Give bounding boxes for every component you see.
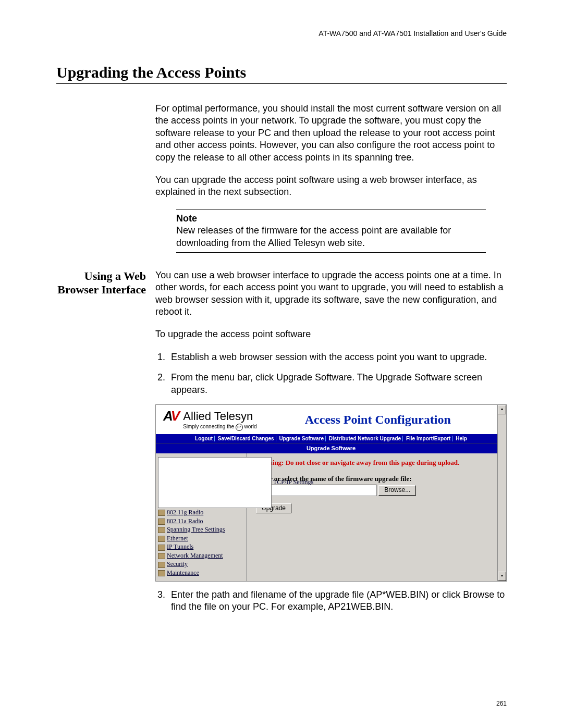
browse-button[interactable]: Browse... — [378, 485, 416, 496]
scrollbar[interactable]: ▴ ▾ — [497, 405, 506, 581]
folder-icon — [158, 545, 165, 551]
menu-bar: Logout Save/Discard Changes Upgrade Soft… — [156, 434, 506, 443]
nav-maintenance[interactable]: Maintenance — [167, 569, 199, 576]
logo: AV Allied Telesyn Simply connecting the … — [163, 409, 257, 431]
note-body: New releases of the firmware for the acc… — [176, 225, 486, 249]
menu-help[interactable]: Help — [454, 436, 469, 441]
step-2: From the menu bar, click Upgrade Softwar… — [168, 372, 507, 396]
folder-icon — [158, 536, 165, 542]
screenshot: AV Allied Telesyn Simply connecting the … — [155, 404, 507, 582]
note-heading: Note — [176, 213, 486, 225]
nav-80211a[interactable]: 802.11a Radio — [167, 517, 203, 525]
page-icon — [158, 457, 272, 508]
note-box: Note New releases of the firmware for th… — [176, 209, 486, 253]
section-paragraph-1: You can use a web browser interface to u… — [155, 269, 507, 318]
step-1: Establish a web browser session with the… — [168, 351, 507, 363]
intro-paragraph-1: For optimal performance, you should inst… — [155, 103, 507, 164]
folder-icon — [158, 527, 165, 533]
intro-paragraph-2: You can upgrade the access point softwar… — [155, 174, 507, 199]
folder-icon — [158, 553, 165, 559]
nav-spanning-tree[interactable]: Spanning Tree Settings — [167, 526, 225, 533]
brand-name: Allied Telesyn — [183, 409, 256, 424]
menu-save-discard[interactable]: Save/Discard Changes — [216, 436, 276, 441]
folder-icon — [158, 562, 165, 568]
page-number: 261 — [496, 700, 507, 707]
menu-logout[interactable]: Logout — [193, 436, 215, 441]
folder-icon — [158, 510, 165, 516]
scroll-up-icon[interactable]: ▴ — [498, 405, 506, 414]
menu-distributed-upgrade[interactable]: Distributed Network Upgrade — [327, 436, 403, 441]
side-nav: TCP/IP Settings 802.11g Radio 802.11a Ra… — [156, 453, 247, 581]
file-input[interactable] — [256, 485, 377, 496]
page-header: AT-WA7500 and AT-WA7501 Installation and… — [56, 29, 507, 38]
file-label: Enter or select the name of the firmware… — [256, 475, 497, 484]
nav-ip-tunnels[interactable]: IP Tunnels — [167, 543, 193, 550]
scroll-down-icon[interactable]: ▾ — [498, 572, 506, 581]
config-title: Access Point Configuration — [257, 412, 499, 428]
nav-80211g[interactable]: 802.11g Radio — [167, 509, 203, 516]
nav-security[interactable]: Security — [167, 560, 188, 567]
menu-file-import-export[interactable]: File Import/Export — [405, 436, 453, 441]
nav-network-mgmt[interactable]: Network Management — [167, 552, 223, 559]
folder-icon — [158, 519, 165, 525]
folder-icon — [158, 570, 165, 576]
page-title: Upgrading the Access Points — [56, 64, 507, 84]
menu-upgrade-software[interactable]: Upgrade Software — [277, 436, 326, 441]
sub-bar: Upgrade Software — [156, 443, 506, 453]
brand-tagline: Simply connecting the IP world — [183, 423, 256, 431]
step-3: Enter the path and filename of the upgra… — [168, 589, 507, 613]
section-label: Using a Web Browser Interface — [56, 269, 155, 622]
section-paragraph-2: To upgrade the access point software — [155, 328, 507, 340]
warning-text: Warning: Do not close or navigate away f… — [256, 459, 497, 467]
nav-ethernet[interactable]: Ethernet — [167, 535, 188, 542]
